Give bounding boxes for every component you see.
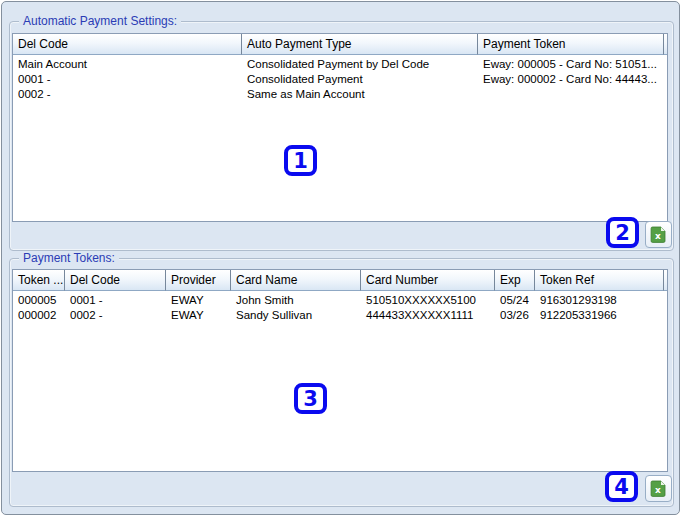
cell-auto-payment-type: Consolidated Payment xyxy=(242,72,478,87)
cell-auto-payment-type: Consolidated Payment by Del Code xyxy=(242,57,478,72)
table-row[interactable]: 000002 0002 - EWAY Sandy Sullivan 444433… xyxy=(13,308,667,323)
column-header-token[interactable]: Token ... xyxy=(13,270,65,291)
column-header-del-code[interactable]: Del Code xyxy=(65,270,166,291)
column-header-del-code[interactable]: Del Code xyxy=(13,34,242,55)
cell-payment-token: Eway: 000002 - Card No: 44443... xyxy=(478,72,664,87)
cell-exp: 03/26 xyxy=(495,308,535,323)
annotation-marker-3: 3 xyxy=(294,383,327,414)
cell-provider: EWAY xyxy=(166,293,231,308)
column-header-filler xyxy=(664,270,668,291)
cell-card-number: 444433XXXXXX1111 xyxy=(361,308,495,323)
table-row[interactable]: 0002 - Same as Main Account xyxy=(13,87,667,102)
cell-del-code: 0002 - xyxy=(13,87,242,102)
export-to-excel-button[interactable]: x xyxy=(645,475,672,502)
table-header-row: Token ... Del Code Provider Card Name Ca… xyxy=(13,270,667,291)
excel-export-icon: x xyxy=(650,226,667,243)
screenshot-stage: Automatic Payment Settings: Del Code Aut… xyxy=(0,0,681,518)
table-header-row: Del Code Auto Payment Type Payment Token xyxy=(13,34,667,55)
annotation-marker-4: 4 xyxy=(605,471,638,502)
payment-tokens-table: Token ... Del Code Provider Card Name Ca… xyxy=(12,269,668,472)
table-row[interactable]: 000005 0001 - EWAY John Smith 510510XXXX… xyxy=(13,293,667,308)
table-row[interactable]: 0001 - Consolidated Payment Eway: 000002… xyxy=(13,72,667,87)
svg-text:x: x xyxy=(655,485,661,495)
cell-provider: EWAY xyxy=(166,308,231,323)
cell-exp: 05/24 xyxy=(495,293,535,308)
cell-token: 000005 xyxy=(13,293,65,308)
excel-export-icon: x xyxy=(650,480,667,497)
annotation-marker-1: 1 xyxy=(284,145,317,176)
cell-card-name: Sandy Sullivan xyxy=(231,308,361,323)
cell-card-name: John Smith xyxy=(231,293,361,308)
automatic-payment-settings-table: Del Code Auto Payment Type Payment Token… xyxy=(12,33,668,222)
payment-settings-window: Automatic Payment Settings: Del Code Aut… xyxy=(1,1,680,515)
payment-tokens-title: Payment Tokens: xyxy=(19,251,119,265)
payment-tokens-groupbox: Payment Tokens: Token ... Del Code Provi… xyxy=(9,258,674,507)
cell-payment-token: Eway: 000005 - Card No: 51051... xyxy=(478,57,664,72)
cell-token-ref: 912205331966 xyxy=(535,308,664,323)
cell-payment-token xyxy=(478,87,664,102)
cell-del-code: 0002 - xyxy=(65,308,166,323)
export-to-excel-button[interactable]: x xyxy=(645,221,672,248)
cell-del-code: 0001 - xyxy=(65,293,166,308)
column-header-filler xyxy=(664,34,668,55)
column-header-provider[interactable]: Provider xyxy=(166,270,231,291)
table-body: 000005 0001 - EWAY John Smith 510510XXXX… xyxy=(13,291,667,323)
column-header-token-ref[interactable]: Token Ref xyxy=(535,270,664,291)
svg-text:x: x xyxy=(655,231,661,241)
column-header-card-name[interactable]: Card Name xyxy=(231,270,361,291)
column-header-exp[interactable]: Exp xyxy=(495,270,535,291)
column-header-auto-payment-type[interactable]: Auto Payment Type xyxy=(242,34,478,55)
cell-del-code: Main Account xyxy=(13,57,242,72)
column-header-payment-token[interactable]: Payment Token xyxy=(478,34,664,55)
table-row[interactable]: Main Account Consolidated Payment by Del… xyxy=(13,57,667,72)
cell-token: 000002 xyxy=(13,308,65,323)
automatic-payment-settings-title: Automatic Payment Settings: xyxy=(19,14,181,28)
automatic-payment-settings-groupbox: Automatic Payment Settings: Del Code Aut… xyxy=(9,21,674,251)
cell-del-code: 0001 - xyxy=(13,72,242,87)
table-body: Main Account Consolidated Payment by Del… xyxy=(13,55,667,102)
annotation-marker-2: 2 xyxy=(606,217,639,248)
cell-card-number: 510510XXXXXX5100 xyxy=(361,293,495,308)
cell-auto-payment-type: Same as Main Account xyxy=(242,87,478,102)
column-header-card-number[interactable]: Card Number xyxy=(361,270,495,291)
cell-token-ref: 916301293198 xyxy=(535,293,664,308)
